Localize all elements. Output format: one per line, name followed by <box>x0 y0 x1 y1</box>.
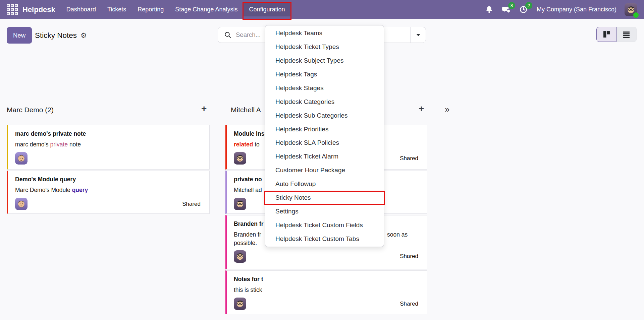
menu-item-helpdesk-categories[interactable]: Helpdesk Categories <box>265 95 384 109</box>
page-title: Sticky Notes <box>35 31 77 40</box>
nav-item-tickets[interactable]: Tickets <box>102 3 131 16</box>
shared-label: Shared <box>182 201 201 207</box>
menu-item-helpdesk-ticket-custom-tabs[interactable]: Helpdesk Ticket Custom Tabs <box>265 232 384 246</box>
add-card-mitchell-button[interactable]: + <box>419 104 424 114</box>
double-chevron-right-icon[interactable]: » <box>445 105 449 114</box>
nav-item-stage-change-analysis[interactable]: Stage Change Analysis <box>170 3 243 16</box>
card-marc-private-note[interactable]: marc demo's private note marc demo's pri… <box>7 125 210 170</box>
list-view-button[interactable] <box>616 27 637 42</box>
avatar-marc <box>15 152 28 165</box>
new-button[interactable]: New <box>7 27 32 44</box>
highlighted-word: private <box>50 141 68 148</box>
gear-icon[interactable]: ⚙ <box>80 32 87 39</box>
menu-item-auto-followup[interactable]: Auto Followup <box>265 177 384 191</box>
add-card-marc-button[interactable]: + <box>201 104 207 114</box>
menu-item-helpdesk-sub-categories[interactable]: Helpdesk Sub Categories <box>265 109 384 122</box>
card-title: Notes for t <box>234 276 418 283</box>
menu-item-helpdesk-teams[interactable]: Helpdesk Teams <box>265 26 384 40</box>
search-options-toggle[interactable] <box>410 27 426 43</box>
nav-item-reporting[interactable]: Reporting <box>132 3 169 16</box>
top-navbar: Helpdesk Dashboard Tickets Reporting Sta… <box>0 0 644 19</box>
menu-item-helpdesk-subject-types[interactable]: Helpdesk Subject Types <box>265 54 384 68</box>
highlighted-word: related <box>234 141 253 148</box>
messages-icon[interactable]: 8 <box>502 5 511 14</box>
view-switcher <box>596 27 637 42</box>
body-fragment-right: soon as <box>387 231 408 239</box>
configuration-dropdown-menu: Helpdesk Teams Helpdesk Ticket Types Hel… <box>265 25 384 247</box>
nav-item-dashboard[interactable]: Dashboard <box>61 3 101 16</box>
column-header-marc-demo: Marc Demo (2) <box>7 106 54 114</box>
column-header-mitchell: Mitchell A <box>231 106 261 114</box>
menu-item-helpdesk-ticket-types[interactable]: Helpdesk Ticket Types <box>265 40 384 54</box>
menu-item-helpdesk-tags[interactable]: Helpdesk Tags <box>265 68 384 81</box>
avatar-mitchell <box>234 298 246 310</box>
card-body: this is stick <box>234 286 418 294</box>
menu-item-helpdesk-ticket-alarm[interactable]: Helpdesk Ticket Alarm <box>265 150 384 164</box>
kanban-view-button[interactable] <box>596 27 616 42</box>
menu-item-helpdesk-stages[interactable]: Helpdesk Stages <box>265 81 384 95</box>
messages-count-badge: 8 <box>508 2 515 9</box>
highlighted-word: query <box>72 187 88 193</box>
app-title: Helpdesk <box>22 5 55 14</box>
notifications-bell-icon[interactable] <box>485 5 494 14</box>
avatar-mitchell <box>234 250 246 263</box>
menu-item-sticky-notes[interactable]: Sticky Notes <box>265 191 384 205</box>
card-demos-module-query[interactable]: Demo's Module query Marc Demo's Module q… <box>7 171 210 214</box>
list-view-icon <box>623 31 630 38</box>
online-status-dot <box>633 12 639 18</box>
card-body: Marc Demo's Module query <box>15 186 201 194</box>
kanban-view-icon <box>603 31 610 38</box>
shared-label: Shared <box>400 155 418 162</box>
avatar-mitchell <box>234 198 246 210</box>
menu-item-helpdesk-priorities[interactable]: Helpdesk Priorities <box>265 122 384 136</box>
activities-count-badge: 2 <box>525 2 532 9</box>
avatar-marc <box>15 198 28 210</box>
menu-item-helpdesk-ticket-custom-fields[interactable]: Helpdesk Ticket Custom Fields <box>265 218 384 232</box>
user-avatar[interactable] <box>625 3 637 16</box>
card-notes-for[interactable]: Notes for t this is stick Shared <box>225 270 427 314</box>
shared-label: Shared <box>400 253 418 260</box>
menu-item-settings[interactable]: Settings <box>265 204 384 218</box>
avatar-mitchell <box>234 152 246 165</box>
search-icon <box>224 31 231 39</box>
card-title: marc demo's private note <box>15 130 201 137</box>
shared-label: Shared <box>400 301 418 307</box>
card-title: Demo's Module query <box>15 176 201 183</box>
menu-item-customer-hour-package[interactable]: Customer Hour Package <box>265 164 384 177</box>
company-switcher[interactable]: My Company (San Francisco) <box>537 6 616 13</box>
card-body: marc demo's private note <box>15 140 201 149</box>
menu-item-helpdesk-sla-policies[interactable]: Helpdesk SLA Policies <box>265 136 384 150</box>
apps-grid-icon[interactable] <box>7 4 18 15</box>
activities-clock-icon[interactable]: 2 <box>519 5 528 14</box>
nav-item-configuration[interactable]: Configuration <box>244 3 290 16</box>
caret-down-icon <box>416 34 420 36</box>
